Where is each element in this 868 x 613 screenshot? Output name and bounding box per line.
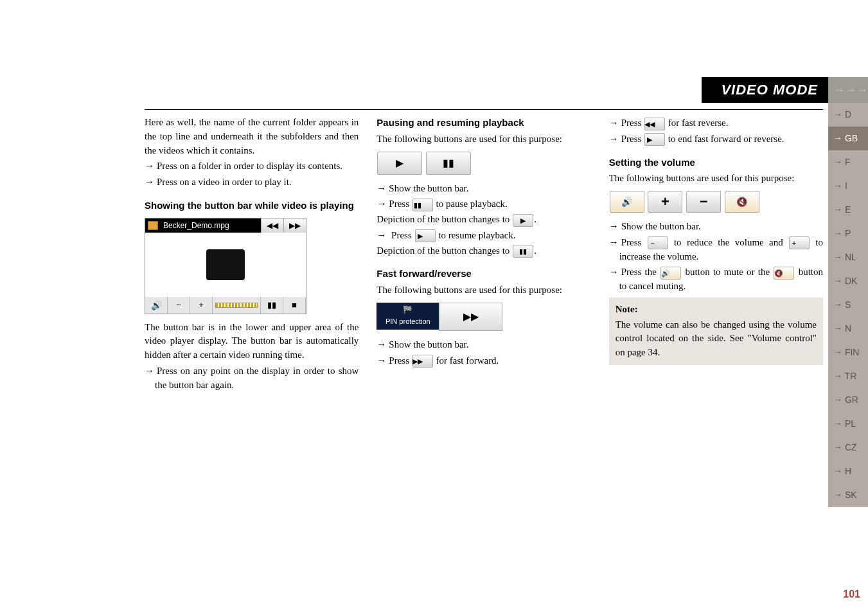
- tab-fin[interactable]: → FIN: [828, 341, 868, 364]
- header-rule: [145, 109, 823, 110]
- video-player-screenshot: Becker_Demo.mpg ◀◀ ▶▶ 🔊 − + ▮▮ ■: [145, 218, 306, 314]
- note-box: Note: The volume can also be changed usi…: [609, 298, 823, 365]
- col2-step-resume: Press ▶ to resume playback.: [376, 228, 590, 243]
- inline-plus-button[interactable]: +: [789, 236, 810, 249]
- inline-minus-button[interactable]: −: [648, 236, 668, 249]
- big-play-button[interactable]: ▶: [377, 152, 422, 175]
- pin-flag-icon: 🏁: [376, 305, 439, 315]
- folder-icon: [148, 221, 158, 230]
- col2-depiction-pause: Depiction of the button changes to ▮▮.: [376, 244, 590, 258]
- col3-volume-row: 🔊 + − 🔇: [609, 191, 823, 213]
- col3-vol-intro: The following buttons are used for this …: [609, 172, 823, 186]
- tab-e[interactable]: → E: [828, 198, 868, 222]
- col1-step-folder: Press on a folder in order to display it…: [145, 159, 359, 173]
- col3-step-mute: Press the 🔊 button to mute or the 🔇 butt…: [609, 265, 823, 294]
- video-title: Becker_Demo.mpg: [161, 218, 261, 233]
- inline-rev-button[interactable]: ◀◀: [644, 118, 665, 130]
- column-3: Press ◀◀ for fast reverse. Press ▶ to en…: [609, 116, 823, 574]
- col1-intro: Here as well, the name of the current fo…: [145, 116, 359, 157]
- column-1: Here as well, the name of the current fo…: [145, 116, 359, 574]
- player-stop-button[interactable]: ■: [283, 297, 306, 314]
- player-speaker-icon[interactable]: 🔊: [145, 297, 168, 314]
- player-pause-button[interactable]: ▮▮: [261, 297, 283, 314]
- col2-play-pause-row: ▶ ▮▮: [376, 152, 590, 175]
- header-arrows: →→→: [828, 77, 868, 103]
- col3-step-endff: Press ▶ to end fast forward or reverse.: [609, 132, 823, 147]
- inline-ff-button[interactable]: ▶▶: [412, 355, 433, 368]
- page-header: VIDEO MODE: [702, 77, 828, 103]
- tab-tr[interactable]: → TR: [828, 364, 868, 388]
- col1-heading-buttonbar: Showing the button bar while video is pl…: [145, 199, 359, 213]
- col3-step-rev: Press ◀◀ for fast reverse.: [609, 116, 823, 130]
- player-vol-down[interactable]: −: [168, 297, 190, 314]
- pin-label: PIN protection: [376, 317, 439, 327]
- col2-step-pause: Press ▮▮ to pause playback.: [376, 197, 590, 211]
- tab-pl[interactable]: → PL: [828, 412, 868, 436]
- col1-buttonbar-desc: The button bar is in the lower and upper…: [145, 321, 359, 362]
- col3-step-vol: Press − to reduce the volume and + to in…: [609, 235, 823, 264]
- tab-h[interactable]: → H: [828, 459, 868, 483]
- tab-d[interactable]: → D: [828, 103, 868, 127]
- tab-cz[interactable]: → CZ: [828, 436, 868, 459]
- inline-speaker-icon[interactable]: 🔊: [660, 267, 681, 280]
- tab-gr[interactable]: → GR: [828, 388, 868, 412]
- speaker-on-icon[interactable]: 🔊: [610, 191, 644, 213]
- language-tabs: → D → GB → F → I → E → P → NL → DK → S →…: [828, 103, 868, 507]
- tab-n[interactable]: → N: [828, 317, 868, 341]
- player-rev-button[interactable]: ◀◀: [261, 218, 283, 233]
- inline-play-button-3[interactable]: ▶: [644, 133, 665, 146]
- inline-mute-icon[interactable]: 🔇: [774, 267, 794, 280]
- tab-f[interactable]: → F: [828, 150, 868, 174]
- col2-heading-pause: Pausing and resuming playback: [376, 116, 590, 130]
- inline-play-button[interactable]: ▶: [513, 214, 533, 227]
- tab-p[interactable]: → P: [828, 222, 868, 245]
- tab-i[interactable]: → I: [828, 174, 868, 198]
- col1-step-showbar: Press on any point on the display in ord…: [145, 364, 359, 393]
- big-pause-button[interactable]: ▮▮: [426, 152, 471, 175]
- tab-s[interactable]: → S: [828, 293, 868, 317]
- vol-plus-button[interactable]: +: [648, 191, 682, 213]
- player-fwd-button[interactable]: ▶▶: [283, 218, 306, 233]
- col2-heading-ff: Fast forward/reverse: [376, 267, 590, 281]
- inline-pause-button[interactable]: ▮▮: [412, 199, 433, 211]
- pin-protection-block: 🏁 PIN protection ▶▶: [376, 303, 502, 331]
- col2-step-showbar: Show the button bar.: [376, 181, 590, 196]
- col3-heading-volume: Setting the volume: [609, 155, 823, 170]
- vol-minus-button[interactable]: −: [686, 191, 721, 213]
- col1-step-video: Press on a video in order to play it.: [145, 175, 359, 190]
- video-area[interactable]: [145, 233, 306, 297]
- inline-pause-button-2[interactable]: ▮▮: [513, 245, 533, 258]
- col2-depiction-play: Depiction of the button changes to ▶.: [376, 213, 590, 227]
- note-title: Note:: [616, 303, 817, 317]
- tab-nl[interactable]: → NL: [828, 245, 868, 269]
- pin-ff-button[interactable]: ▶▶: [439, 303, 502, 331]
- col2-step-ff: Press ▶▶ for fast forward.: [376, 353, 590, 368]
- speaker-mute-icon[interactable]: 🔇: [725, 191, 759, 213]
- column-2: Pausing and resuming playback The follow…: [376, 116, 590, 574]
- col3-step-showbar: Show the button bar.: [609, 219, 823, 234]
- tab-dk[interactable]: → DK: [828, 269, 868, 293]
- col2-pause-intro: The following buttons are used for this …: [376, 132, 590, 147]
- note-body: The volume can also be changed using the…: [616, 318, 817, 360]
- tab-gb[interactable]: → GB: [828, 127, 868, 150]
- tab-sk[interactable]: → SK: [828, 483, 868, 507]
- inline-play-button-2[interactable]: ▶: [415, 229, 436, 242]
- pin-protection-tile[interactable]: 🏁 PIN protection: [376, 303, 439, 330]
- player-vol-up[interactable]: +: [190, 297, 213, 314]
- col2-step-showbar-2: Show the button bar.: [376, 337, 590, 352]
- player-progress[interactable]: [213, 297, 261, 314]
- page-number: 101: [843, 589, 860, 600]
- video-thumbnail: [206, 249, 245, 280]
- col2-ff-intro: The following buttons are used for this …: [376, 283, 590, 298]
